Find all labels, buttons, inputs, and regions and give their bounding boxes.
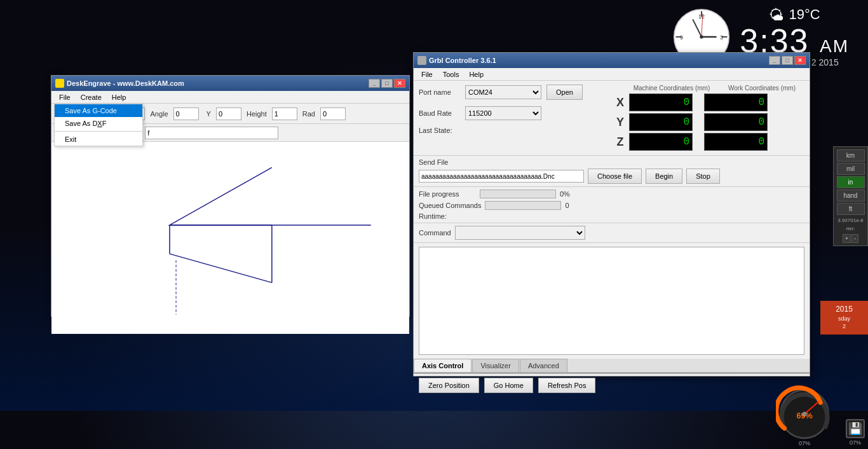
desk-icon — [55, 79, 64, 88]
grbl-menu-file[interactable]: File — [416, 69, 438, 79]
grbl-titlebar: Grbl Controller 3.6.1 _ □ ✕ — [414, 53, 810, 68]
zero-position-btn[interactable]: Zero Position — [419, 378, 479, 393]
y-input[interactable] — [216, 107, 241, 120]
z-coord-row: Z 0 0 — [614, 133, 804, 151]
work-coords-title: Work Coordinates (mm) — [719, 85, 804, 92]
unit-plus-btn[interactable]: + — [843, 234, 851, 243]
file-progress-label: File progress — [419, 190, 476, 198]
begin-btn[interactable]: Begin — [646, 169, 682, 184]
z-machine-coord: 0 — [629, 133, 693, 151]
queued-value: 0 — [565, 202, 569, 209]
save-gcode-item[interactable]: Save As G-Code — [55, 104, 142, 117]
grbl-menu-help[interactable]: Help — [464, 69, 489, 79]
unit-value: 3.93701e-8 — [837, 218, 863, 223]
progress-section: File progress 0% Queued Commands 0 Runti… — [414, 187, 810, 223]
go-home-btn[interactable]: Go Home — [484, 378, 533, 393]
z-work-coord: 0 — [704, 133, 768, 151]
command-select[interactable] — [455, 226, 585, 240]
svg-text:9: 9 — [680, 34, 683, 41]
grbl-main-content: Port name COM24 Open Baud Rate 115200 La… — [414, 81, 810, 376]
queued-bar — [485, 201, 561, 210]
converter-label: rter: — [846, 226, 855, 231]
unit-hand[interactable]: hand — [837, 190, 865, 202]
angle-input[interactable] — [173, 107, 199, 120]
file-progress-pct: 0% — [560, 190, 570, 198]
temperature: 19°C — [789, 6, 820, 23]
desk-drawing — [51, 142, 409, 334]
file-progress-row: File progress 0% — [419, 190, 804, 198]
desk-menu-help[interactable]: Help — [107, 92, 132, 102]
y-machine-coord: 0 — [629, 113, 693, 131]
unit-in[interactable]: in — [837, 176, 865, 188]
desk-close-btn[interactable]: ✕ — [394, 79, 405, 88]
x-machine-coord: 0 — [629, 93, 693, 111]
svg-point-8 — [700, 35, 703, 38]
tab-axis-control[interactable]: Axis Control — [414, 359, 471, 372]
svg-line-19 — [170, 254, 272, 282]
unit-mil[interactable]: mil — [837, 163, 865, 175]
y-label: Y — [207, 110, 211, 118]
grbl-icon — [417, 56, 426, 65]
desk-titlebar: DeskEngrave - www.DeskKAM.com _ □ ✕ — [51, 76, 409, 91]
svg-point-16 — [802, 411, 806, 416]
console-textarea[interactable] — [419, 247, 804, 355]
desk-minimize-btn[interactable]: _ — [369, 79, 380, 88]
angle-label: Angle — [150, 110, 168, 118]
machine-coords-title: Machine Coordinates (mm) — [629, 85, 714, 92]
calendar-widget: 2015 sday 2 — [820, 301, 868, 335]
baud-row: Baud Rate 115200 — [419, 106, 609, 120]
desk-title: DeskEngrave - www.DeskKAM.com — [67, 79, 184, 87]
desk-canvas — [51, 142, 409, 334]
svg-text:3: 3 — [720, 34, 723, 41]
desk-menu-create[interactable]: Create — [76, 92, 107, 102]
x-coord-row: X 0 0 — [614, 93, 804, 111]
baud-select[interactable]: 115200 — [465, 106, 541, 120]
desk-menu-file[interactable]: File — [54, 92, 76, 102]
grbl-coords-section: Machine Coordinates (mm) Work Coordinate… — [614, 85, 804, 153]
last-state-label: Last State: — [419, 127, 452, 134]
file-progress-bar — [480, 190, 556, 198]
rad-input[interactable] — [320, 107, 346, 120]
svg-text:12: 12 — [698, 13, 705, 20]
refresh-pos-btn[interactable]: Refresh Pos — [538, 378, 596, 393]
exit-item[interactable]: Exit — [55, 133, 142, 146]
desk-menubar: File Create Help Save As G-Code Save As … — [51, 91, 409, 104]
disk-widget: 💾 07% — [846, 419, 865, 446]
tab-visualizer[interactable]: Visualizer — [472, 359, 519, 372]
grbl-top-area: Port name COM24 Open Baud Rate 115200 La… — [414, 81, 810, 156]
bottom-buttons: Zero Position Go Home Refresh Pos — [414, 374, 810, 397]
grbl-menu-tools[interactable]: Tools — [438, 69, 465, 79]
cal-year: 2015 — [823, 305, 865, 314]
grbl-close-btn[interactable]: ✕ — [794, 56, 806, 65]
unit-minus-btn[interactable]: - — [851, 234, 858, 243]
height-label: Height — [247, 110, 267, 118]
open-btn[interactable]: Open — [546, 85, 583, 100]
weather-icon: 🌤 — [769, 6, 784, 24]
text-input[interactable] — [145, 127, 278, 139]
port-row: Port name COM24 Open — [419, 85, 609, 100]
tab-bar: Axis Control Visualizer Advanced — [414, 359, 810, 373]
y-coord-row: Y 0 0 — [614, 113, 804, 131]
send-file-section: Send File aaaaaaaaaaaaaaaaaaaaaaaaaaaaaa… — [414, 156, 810, 187]
deskengrave-window: DeskEngrave - www.DeskKAM.com _ □ ✕ File… — [51, 75, 410, 317]
grbl-maximize-btn[interactable]: □ — [782, 56, 793, 65]
y-work-coord: 0 — [704, 113, 768, 131]
save-dxf-item[interactable]: Save As DXF — [55, 117, 142, 130]
unit-ft[interactable]: ft — [837, 203, 865, 215]
unit-km[interactable]: km — [837, 149, 865, 162]
file-dropdown: Save As G-Code Save As DXF Exit — [54, 104, 143, 146]
command-label: Command — [419, 229, 451, 237]
queued-row: Queued Commands 0 — [419, 201, 804, 210]
choose-file-btn[interactable]: Choose file — [588, 169, 642, 184]
units-widget: km mil in hand ft 3.93701e-8 rter: + - — [833, 146, 868, 246]
port-select[interactable]: COM24 — [465, 85, 541, 99]
viz-svg: 0 8 5 0 — [414, 373, 809, 374]
grbl-title: Grbl Controller 3.6.1 — [429, 57, 496, 64]
grbl-minimize-btn[interactable]: _ — [769, 56, 780, 65]
desk-maximize-btn[interactable]: □ — [381, 79, 393, 88]
tab-advanced[interactable]: Advanced — [520, 359, 567, 372]
height-input[interactable] — [272, 107, 297, 120]
command-section: Command — [414, 223, 810, 243]
stop-btn[interactable]: Stop — [686, 169, 720, 184]
menu-divider — [55, 131, 142, 132]
